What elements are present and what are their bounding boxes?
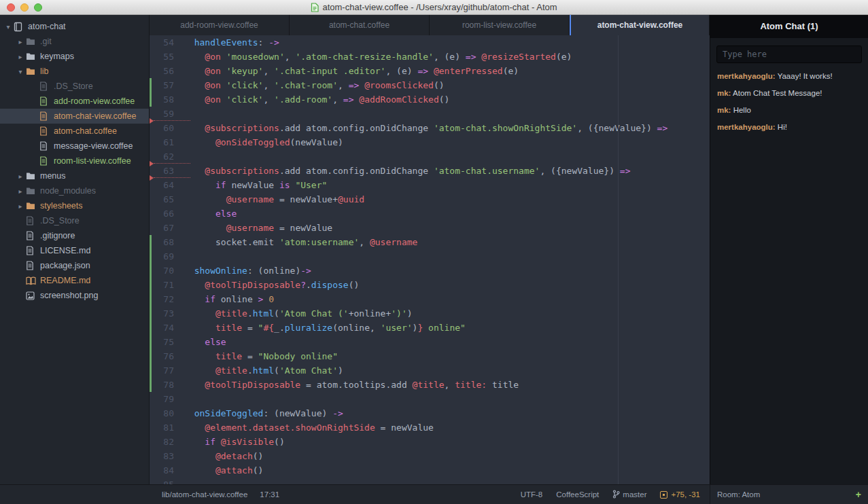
tree-item-label: add-room-view.coffee bbox=[54, 96, 135, 106]
code-line-80[interactable]: 80 onSideToggled: (newValue) -> bbox=[150, 406, 710, 420]
tree-item-stylesheets[interactable]: ▸stylesheets bbox=[0, 198, 149, 213]
code-line-59[interactable]: 59 bbox=[150, 107, 710, 121]
tree-item-add-room-view.coffee[interactable]: add-room-view.coffee bbox=[0, 94, 149, 109]
folder-icon bbox=[26, 170, 36, 181]
code-text: @on 'click', '.chat-room', => @roomsClic… bbox=[184, 78, 445, 92]
git-branch-icon bbox=[612, 490, 620, 500]
code-line-77[interactable]: 77 @title.html('Atom Chat') bbox=[150, 363, 710, 378]
tree-view[interactable]: ▾atom-chat▸.git▸keymaps▾lib.DS_Storeadd-… bbox=[0, 15, 150, 484]
file-icon bbox=[39, 96, 50, 107]
code-line-68[interactable]: 68 socket.emit 'atom:username', @usernam… bbox=[150, 235, 710, 249]
line-number: 54 bbox=[150, 35, 184, 50]
tree-item-node_modules[interactable]: ▸node_modules bbox=[0, 183, 149, 198]
tree-item-menus[interactable]: ▸menus bbox=[0, 168, 149, 183]
line-number: 81 bbox=[150, 420, 184, 435]
code-line-64[interactable]: 64 if newValue is "User" bbox=[150, 178, 710, 192]
chevron-right-icon[interactable]: ▸ bbox=[16, 53, 24, 60]
chevron-right-icon[interactable]: ▸ bbox=[16, 187, 24, 195]
line-number: 66 bbox=[150, 206, 184, 221]
tab-atom-chat-view.coffee[interactable]: atom-chat-view.coffee bbox=[570, 15, 710, 35]
status-left: lib/atom-chat-view.coffee 17:31 bbox=[150, 490, 279, 499]
code-line-62[interactable]: 62 bbox=[150, 149, 710, 164]
code-line-75[interactable]: 75 else bbox=[150, 335, 710, 349]
code-area[interactable]: 54 handleEvents: ->55 @on 'mousedown', '… bbox=[150, 35, 710, 484]
code-line-79[interactable]: 79 bbox=[150, 392, 710, 406]
code-line-76[interactable]: 76 title = "Nobody online" bbox=[150, 349, 710, 363]
tree-item-.DS_Store[interactable]: .DS_Store bbox=[0, 213, 149, 228]
code-line-65[interactable]: 65 @username = newValue+@uuid bbox=[150, 192, 710, 206]
editor[interactable]: 54 handleEvents: ->55 @on 'mousedown', '… bbox=[150, 35, 710, 484]
git-added-marker bbox=[150, 78, 152, 107]
chevron-down-icon[interactable]: ▾ bbox=[16, 68, 24, 75]
tree-item-package.json[interactable]: package.json bbox=[0, 258, 149, 273]
chat-input-placeholder: Type here bbox=[723, 50, 767, 59]
code-text: @element.dataset.showOnRightSide = newVa… bbox=[184, 420, 434, 435]
folder-icon bbox=[26, 185, 36, 196]
tree-item-lib[interactable]: ▾lib bbox=[0, 64, 149, 79]
code-line-72[interactable]: 72 if online > 0 bbox=[150, 292, 710, 306]
code-line-67[interactable]: 67 @username = newValue bbox=[150, 221, 710, 235]
tree-item-atom-chat.coffee[interactable]: atom-chat.coffee bbox=[0, 124, 149, 139]
line-number: 70 bbox=[150, 264, 184, 278]
code-line-55[interactable]: 55 @on 'mousedown', '.atom-chat-resize-h… bbox=[150, 50, 710, 64]
code-line-54[interactable]: 54 handleEvents: -> bbox=[150, 35, 710, 50]
code-line-84[interactable]: 84 @attach() bbox=[150, 463, 710, 478]
code-line-58[interactable]: 58 @on 'click', '.add-room', => @addRoom… bbox=[150, 92, 710, 107]
code-text: else bbox=[184, 206, 237, 221]
chevron-down-icon[interactable]: ▾ bbox=[4, 23, 12, 31]
tree-item-LICENSE.md[interactable]: LICENSE.md bbox=[0, 243, 149, 258]
tab-room-list-view.coffee[interactable]: room-list-view.coffee bbox=[430, 15, 570, 35]
tree-item-.DS_Store[interactable]: .DS_Store bbox=[0, 79, 149, 94]
chat-message: mk: Hello bbox=[710, 106, 868, 115]
chevron-right-icon[interactable]: ▸ bbox=[16, 202, 24, 210]
code-text: @toolTipDisposable?.dispose() bbox=[184, 278, 359, 292]
close-window-button[interactable] bbox=[7, 3, 15, 12]
cursor-position[interactable]: 17:31 bbox=[260, 490, 279, 499]
tab-atom-chat.coffee[interactable]: atom-chat.coffee bbox=[290, 15, 430, 35]
code-line-85[interactable]: 85 bbox=[150, 478, 710, 484]
chat-username: mertkahyaoglu: bbox=[717, 123, 776, 131]
code-line-81[interactable]: 81 @element.dataset.showOnRightSide = ne… bbox=[150, 420, 710, 435]
encoding-selector[interactable]: UTF-8 bbox=[521, 490, 543, 499]
tree-item-screenshot.png[interactable]: screenshot.png bbox=[0, 288, 149, 303]
tab-add-room-view.coffee[interactable]: add-room-view.coffee bbox=[150, 15, 290, 35]
code-line-61[interactable]: 61 @onSideToggled(newValue) bbox=[150, 135, 710, 149]
code-text: @username = newValue bbox=[184, 221, 332, 235]
chat-message-input[interactable]: Type here bbox=[716, 46, 862, 63]
line-number: 74 bbox=[150, 321, 184, 335]
tree-item-label: screenshot.png bbox=[40, 291, 98, 300]
tree-item-label: room-list-view.coffee bbox=[54, 156, 131, 166]
tree-item-.git[interactable]: ▸.git bbox=[0, 34, 149, 49]
tree-item-label: message-view.coffee bbox=[54, 141, 133, 151]
code-line-71[interactable]: 71 @toolTipDisposable?.dispose() bbox=[150, 278, 710, 292]
zoom-window-button[interactable] bbox=[34, 3, 42, 12]
code-line-83[interactable]: 83 @detach() bbox=[150, 449, 710, 463]
grammar-selector[interactable]: CoffeeScript bbox=[556, 490, 599, 499]
code-line-82[interactable]: 82 if @isVisible() bbox=[150, 435, 710, 449]
minimize-window-button[interactable] bbox=[20, 3, 29, 12]
code-line-78[interactable]: 78 @toolTipDisposable = atom.tooltips.ad… bbox=[150, 378, 710, 392]
line-number: 75 bbox=[150, 335, 184, 349]
code-line-69[interactable]: 69 bbox=[150, 249, 710, 264]
chevron-right-icon[interactable]: ▸ bbox=[16, 38, 24, 46]
tree-item-.gitignore[interactable]: .gitignore bbox=[0, 228, 149, 243]
tree-item-label: README.md bbox=[40, 276, 90, 285]
code-line-73[interactable]: 73 @title.html('Atom Chat ('+online+')') bbox=[150, 306, 710, 321]
code-line-74[interactable]: 74 title = "#{_.pluralize(online, 'user'… bbox=[150, 321, 710, 335]
wrap-guide bbox=[618, 35, 619, 484]
code-line-57[interactable]: 57 @on 'click', '.chat-room', => @roomsC… bbox=[150, 78, 710, 92]
tree-item-keymaps[interactable]: ▸keymaps bbox=[0, 49, 149, 64]
code-line-70[interactable]: 70 showOnline: (online)-> bbox=[150, 264, 710, 278]
chat-message-text: Yaaay! It works! bbox=[776, 72, 833, 80]
tree-item-README.md[interactable]: README.md bbox=[0, 273, 149, 288]
add-room-button[interactable]: + bbox=[856, 489, 861, 500]
tree-item-room-list-view.coffee[interactable]: room-list-view.coffee bbox=[0, 154, 149, 168]
tree-item-message-view.coffee[interactable]: message-view.coffee bbox=[0, 139, 149, 154]
code-line-63[interactable]: 63 @subscriptions.add atom.config.onDidC… bbox=[150, 164, 710, 178]
code-line-60[interactable]: 60 @subscriptions.add atom.config.onDidC… bbox=[150, 121, 710, 135]
tree-item-atom-chat[interactable]: ▾atom-chat bbox=[0, 19, 149, 34]
code-line-66[interactable]: 66 else bbox=[150, 206, 710, 221]
tree-item-atom-chat-view.coffee[interactable]: atom-chat-view.coffee bbox=[0, 109, 149, 124]
code-line-56[interactable]: 56 @on 'keyup', '.chat-input .editor', (… bbox=[150, 64, 710, 78]
chevron-right-icon[interactable]: ▸ bbox=[16, 173, 24, 180]
